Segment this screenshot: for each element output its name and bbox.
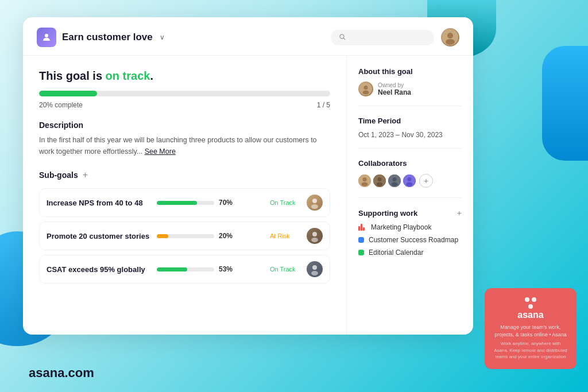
supporting-work-section: Supporting work + Marketing Playbook: [358, 208, 462, 270]
asana-site-label: asana.com: [29, 366, 94, 381]
svg-point-13: [364, 86, 368, 90]
subgoal-2-bar-fill: [157, 234, 168, 238]
time-period-value: Oct 1, 2023 – Nov 30, 2023: [358, 131, 462, 139]
supporting-items: Marketing Playbook Customer Success Road…: [358, 223, 462, 257]
collaborator-4-avatar: [402, 173, 417, 188]
asana-logo-dots: [494, 297, 567, 302]
header: Earn customer love ∨: [23, 17, 473, 56]
asana-tagline: Manage your team's work, projects, & tas…: [494, 324, 567, 338]
goal-status-highlight: on track: [106, 69, 150, 82]
subgoal-1-progress: 70%: [157, 199, 263, 207]
subgoal-2-status-area: At Risk: [270, 232, 300, 239]
owner-avatar: [358, 81, 373, 96]
header-left: Earn customer love ∨: [37, 28, 165, 47]
supporting-item-1-label: Marketing Playbook: [371, 223, 431, 231]
asana-promo-card: asana Manage your team's work, projects,…: [485, 288, 577, 369]
svg-point-22: [393, 177, 397, 181]
subgoal-row: CSAT exceeds 95% globally 53% On Track: [39, 255, 330, 284]
asana-dot-left: [525, 297, 529, 302]
subgoal-3-name: CSAT exceeds 95% globally: [47, 265, 150, 274]
subgoal-1-avatar: [307, 195, 323, 211]
time-period-section: Time Period Oct 1, 2023 – Nov 30, 2023: [358, 117, 462, 149]
subgoal-3-status-area: On Track: [270, 266, 300, 273]
subgoal-2-progress: 20%: [157, 232, 263, 240]
svg-point-17: [362, 183, 368, 187]
see-more-link[interactable]: See More: [145, 148, 176, 156]
add-supporting-button[interactable]: +: [457, 208, 462, 218]
svg-point-7: [311, 204, 318, 209]
add-collaborator-button[interactable]: +: [419, 174, 433, 188]
svg-point-0: [45, 34, 48, 37]
description-text: In the first half of this year we will b…: [39, 134, 330, 157]
chevron-down-icon[interactable]: ∨: [160, 33, 165, 41]
goal-icon: [37, 28, 56, 47]
bg-shape-right-mid: [542, 46, 588, 161]
collaborators-row: +: [358, 173, 462, 188]
supporting-title: Supporting work: [358, 209, 417, 218]
subgoal-row: Promote 20 customer stories 20% At Risk: [39, 222, 330, 250]
supporting-item-3-label: Editorial Calendar: [369, 249, 423, 257]
subgoal-1-bar-fill: [157, 201, 197, 205]
svg-point-14: [363, 91, 369, 95]
add-subgoal-button[interactable]: +: [83, 170, 88, 180]
time-period-title: Time Period: [358, 117, 462, 125]
collaborators-section: Collaborators +: [358, 159, 462, 198]
subgoal-2-percent: 20%: [219, 232, 237, 240]
content-area: This goal is on track. 20% complete 1 / …: [23, 56, 473, 335]
asana-brand-name: asana: [494, 310, 567, 320]
description-title: Description: [39, 121, 330, 130]
subgoal-3-progress: 53%: [157, 265, 263, 273]
svg-point-6: [312, 199, 317, 203]
svg-point-9: [311, 238, 318, 242]
main-card: Earn customer love ∨: [23, 17, 473, 335]
owner-name: Neel Rana: [378, 88, 411, 96]
search-input[interactable]: [350, 33, 425, 42]
svg-line-2: [343, 38, 345, 40]
goal-status: This goal is on track.: [39, 69, 330, 83]
svg-point-20: [377, 183, 383, 187]
supporting-header: Supporting work +: [358, 208, 462, 218]
progress-meta: 20% complete 1 / 5: [39, 101, 330, 109]
svg-point-1: [340, 34, 344, 38]
svg-point-26: [407, 183, 413, 187]
owner-info: Owned by Neel Rana: [378, 82, 411, 96]
asana-subtext: Work anytime, anywhere with Asana. Keep …: [494, 340, 567, 360]
svg-point-11: [311, 271, 318, 275]
collaborator-3-avatar: [387, 173, 402, 188]
header-right: [331, 28, 459, 46]
supporting-item-1: Marketing Playbook: [358, 223, 462, 231]
asana-dot-center: [528, 304, 533, 309]
search-icon: [339, 33, 346, 42]
subgoal-2-bar-container: [157, 234, 214, 238]
supporting-item-2-label: Customer Success Roadmap: [369, 236, 458, 244]
subgoal-1-name: Increase NPS from 40 to 48: [47, 199, 150, 207]
collaborator-1-avatar: [357, 173, 372, 188]
subgoal-1-status-area: On Track: [270, 199, 300, 206]
main-content: This goal is on track. 20% complete 1 / …: [23, 56, 347, 335]
collaborator-2-avatar: [372, 173, 387, 188]
goal-status-suffix: .: [150, 69, 153, 82]
subgoal-1-percent: 70%: [219, 199, 237, 207]
subgoal-1-bar-container: [157, 201, 214, 205]
user-avatar[interactable]: [441, 28, 459, 46]
supporting-dot-3: [358, 250, 364, 255]
progress-bar-fill: [39, 91, 97, 96]
owner-row: Owned by Neel Rana: [358, 81, 462, 96]
search-bar[interactable]: [331, 30, 434, 45]
goal-status-prefix: This goal is: [39, 69, 106, 82]
subgoal-3-bar-container: [157, 267, 214, 271]
subgoal-3-bar-fill: [157, 267, 187, 271]
subgoal-2-name: Promote 20 customer stories: [47, 232, 150, 240]
right-sidebar: About this goal Owned by Neel Rana: [347, 56, 473, 335]
supporting-item-2: Customer Success Roadmap: [358, 236, 462, 244]
subgoal-2-status: At Risk: [270, 232, 299, 239]
svg-point-5: [446, 39, 455, 45]
subgoal-2-avatar: [307, 228, 323, 244]
svg-point-10: [312, 265, 317, 270]
svg-point-23: [392, 183, 398, 187]
subgoal-1-status: On Track: [270, 199, 299, 206]
goal-title: Earn customer love: [62, 32, 153, 43]
subgoals-title: Sub-goals: [39, 170, 78, 180]
subgoal-3-avatar: [307, 261, 323, 277]
subgoals-header: Sub-goals +: [39, 170, 330, 180]
